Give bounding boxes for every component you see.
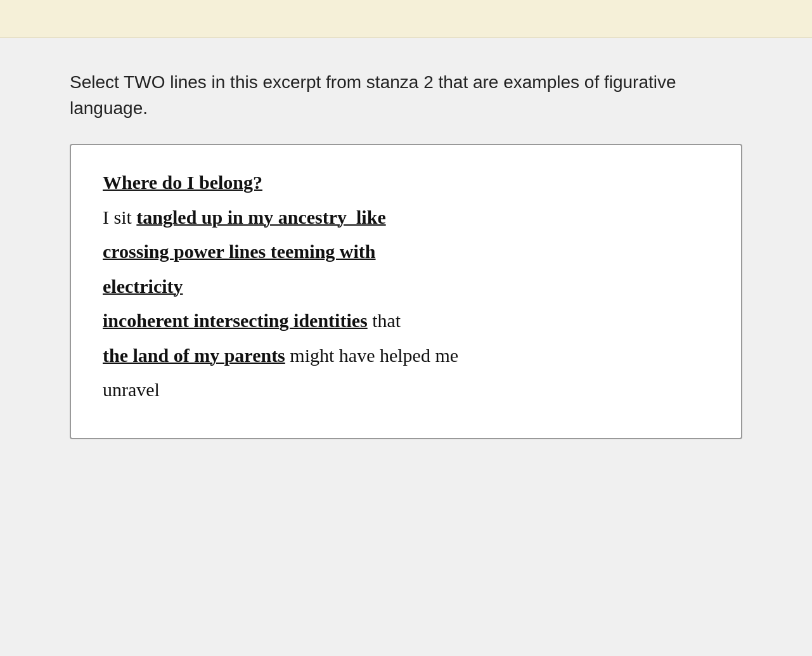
line-5-normal: that (368, 310, 401, 331)
top-bar (0, 0, 812, 38)
poem-line-4[interactable]: electricity (103, 272, 709, 302)
poem-line-6[interactable]: the land of my parents might have helped… (103, 341, 709, 371)
line-2-underlined: tangled up in my ancestry like (136, 207, 385, 228)
line-1-underlined: Where do I belong? (103, 172, 262, 193)
poem-line-2[interactable]: I sit tangled up in my ancestry like (103, 203, 709, 233)
question-text: Select TWO lines in this excerpt from st… (70, 70, 742, 121)
line-2-prefix: I sit (103, 207, 136, 228)
poem-line-1[interactable]: Where do I belong? (103, 168, 709, 198)
poem-box: Where do I belong? I sit tangled up in m… (70, 144, 742, 439)
poem-line-5[interactable]: incoherent intersecting identities that (103, 306, 709, 336)
content-area: Select TWO lines in this excerpt from st… (32, 38, 780, 490)
line-3-underlined: crossing power lines teeming with (103, 241, 376, 262)
line-4-underlined: electricity (103, 276, 183, 297)
poem-line-3[interactable]: crossing power lines teeming with (103, 237, 709, 267)
page-container: Select TWO lines in this excerpt from st… (0, 0, 812, 656)
line-6-normal: might have helped me (285, 345, 458, 366)
line-6-underlined: the land of my parents (103, 345, 285, 366)
line-7-normal: unravel (103, 379, 160, 400)
line-5-underlined: incoherent intersecting identities (103, 310, 368, 331)
poem-line-7[interactable]: unravel (103, 375, 709, 405)
